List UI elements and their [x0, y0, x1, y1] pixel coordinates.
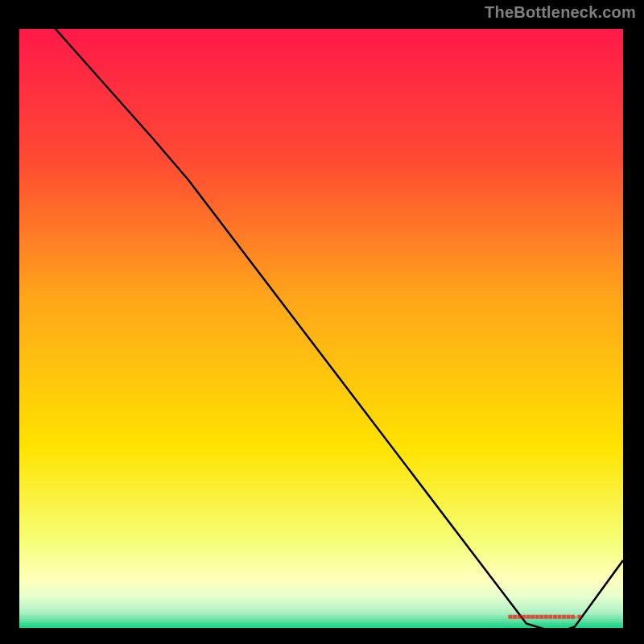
attribution-label: TheBottleneck.com — [485, 3, 636, 22]
chart-click-area[interactable] — [19, 29, 623, 625]
chart-stage: TheBottleneck.com ■■■■■■■■■■■■■■■-■ — [0, 0, 644, 644]
plot-inner: ■■■■■■■■■■■■■■■-■ — [19, 29, 623, 625]
plot-area: ■■■■■■■■■■■■■■■-■ — [14, 24, 628, 630]
annotation-0: ■■■■■■■■■■■■■■■-■ — [508, 611, 581, 620]
